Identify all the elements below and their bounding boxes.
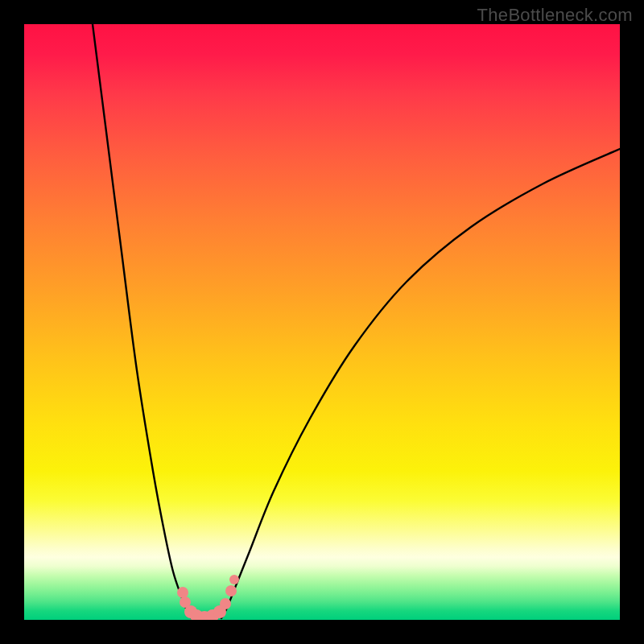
trough-marker <box>225 585 237 597</box>
trough-markers <box>177 575 239 620</box>
right-curve-branch <box>221 149 620 618</box>
trough-marker <box>229 575 239 584</box>
trough-marker <box>177 587 188 598</box>
watermark-text: TheBottleneck.com <box>477 5 633 26</box>
v-curve <box>93 24 620 618</box>
trough-marker <box>220 598 231 609</box>
curve-layer <box>24 24 620 620</box>
plot-area <box>24 24 620 620</box>
chart-frame: TheBottleneck.com <box>0 0 644 644</box>
left-curve-branch <box>93 24 192 618</box>
